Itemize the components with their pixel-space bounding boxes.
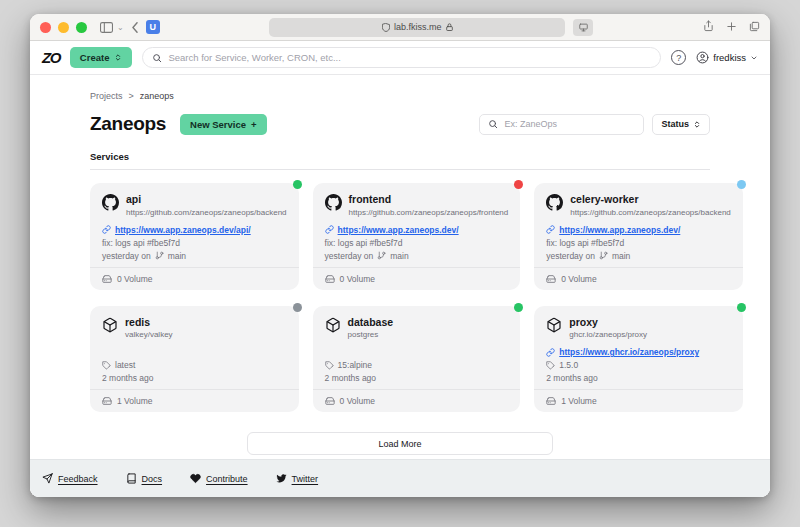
service-url[interactable]: https://www.app.zaneops.dev/ xyxy=(338,225,459,235)
sidebar-toggle-icon[interactable] xyxy=(100,22,113,33)
paper-plane-icon xyxy=(42,473,53,484)
extension-icon[interactable]: U xyxy=(146,20,160,34)
monitor-icon xyxy=(579,23,588,32)
status-dot xyxy=(514,303,523,312)
updated-time: 2 months ago xyxy=(102,373,154,383)
service-volumes: 1 Volume xyxy=(534,389,743,412)
heart-icon xyxy=(190,473,201,484)
status-dot xyxy=(737,180,746,189)
deploy-time: yesterday on xyxy=(102,251,151,261)
service-url[interactable]: https://www.app.zaneops.dev/ xyxy=(559,225,680,235)
service-name: frontend xyxy=(349,193,509,206)
service-volumes: 0 Volume xyxy=(90,267,299,290)
close-window-button[interactable] xyxy=(40,22,51,33)
service-tag: 1.5.0 xyxy=(559,360,578,370)
service-url-row[interactable]: https://www.app.zaneops.dev/api/ xyxy=(102,225,287,235)
service-card[interactable]: api https://github.com/zaneops/zaneops/b… xyxy=(90,183,299,290)
volumes-label: 1 Volume xyxy=(561,396,596,406)
book-icon xyxy=(126,473,137,484)
status-dot xyxy=(737,303,746,312)
service-card[interactable]: celery-worker https://github.com/zaneops… xyxy=(534,183,743,290)
status-filter-label: Status xyxy=(661,119,689,129)
help-icon[interactable]: ? xyxy=(671,50,686,65)
footer-link-docs[interactable]: Docs xyxy=(126,473,163,484)
volumes-label: 1 Volume xyxy=(117,396,152,406)
service-deploy-row: yesterday on main xyxy=(546,251,731,261)
minimize-window-button[interactable] xyxy=(58,22,69,33)
service-card[interactable]: frontend https://github.com/zaneops/zane… xyxy=(313,183,521,290)
service-name: database xyxy=(348,316,394,329)
services-section-label: Services xyxy=(90,151,710,162)
shield-icon xyxy=(382,23,390,32)
breadcrumb: Projects > zaneops xyxy=(90,91,710,101)
new-tab-icon[interactable] xyxy=(726,18,737,36)
service-url-row[interactable]: https://www.app.zaneops.dev/ xyxy=(546,225,731,235)
breadcrumb-current[interactable]: zaneops xyxy=(140,91,174,101)
hard-drive-icon xyxy=(546,274,556,284)
service-updated-row: 2 months ago xyxy=(325,373,509,383)
new-service-button[interactable]: New Service + xyxy=(180,114,267,135)
search-icon xyxy=(488,119,498,129)
package-icon xyxy=(325,317,341,333)
service-url-row[interactable]: https://www.app.zaneops.dev/ xyxy=(325,225,509,235)
footer-link-twitter[interactable]: Twitter xyxy=(276,473,319,484)
service-card[interactable]: redis valkey/valkey latest xyxy=(90,306,299,413)
footer-link-contribute[interactable]: Contribute xyxy=(190,473,248,484)
breadcrumb-projects[interactable]: Projects xyxy=(90,91,123,101)
status-filter-button[interactable]: Status xyxy=(652,114,710,135)
user-menu[interactable]: fredkiss xyxy=(696,51,758,64)
share-icon[interactable] xyxy=(703,18,714,36)
service-deploy-row: yesterday on main xyxy=(102,251,287,261)
service-card[interactable]: database postgres 15:alpine xyxy=(313,306,521,413)
github-icon xyxy=(102,194,119,211)
footer-link-label: Twitter xyxy=(292,474,319,484)
sidebar-chevron-icon[interactable]: ⌄ xyxy=(117,23,124,32)
chevrons-up-down-icon xyxy=(693,120,701,129)
service-card[interactable]: proxy ghcr.io/zaneops/proxy https://www.… xyxy=(534,306,743,413)
tab-overview-icon[interactable] xyxy=(749,18,760,36)
page-display-button[interactable] xyxy=(573,19,593,36)
load-more-button[interactable]: Load More xyxy=(247,432,553,455)
service-source-icon xyxy=(102,194,119,215)
twitter-bird-icon xyxy=(276,473,287,484)
link-icon xyxy=(546,348,555,357)
zaneops-logo[interactable]: ZO xyxy=(42,49,60,66)
footer-link-label: Docs xyxy=(142,474,163,484)
github-icon xyxy=(325,194,342,211)
create-button-label: Create xyxy=(80,52,110,63)
service-volumes: 1 Volume xyxy=(90,389,299,412)
app-footer: FeedbackDocsContributeTwitter xyxy=(30,459,770,497)
lock-icon xyxy=(446,23,453,31)
footer-link-label: Feedback xyxy=(58,474,98,484)
service-url-row[interactable]: https://www.ghcr.io/zaneops/proxy xyxy=(546,347,731,357)
browser-toolbar: ⌄ U lab.fkiss.me xyxy=(30,14,770,41)
global-search-input[interactable] xyxy=(168,52,651,63)
volumes-label: 0 Volume xyxy=(340,396,375,406)
footer-link-feedback[interactable]: Feedback xyxy=(42,473,98,484)
git-branch-icon xyxy=(155,251,164,260)
branch-name: main xyxy=(168,251,186,261)
zoom-window-button[interactable] xyxy=(76,22,87,33)
back-button-icon[interactable] xyxy=(131,22,139,33)
address-bar[interactable]: lab.fkiss.me xyxy=(269,18,565,37)
service-tag-row: 15:alpine xyxy=(325,360,509,370)
service-filter-input[interactable] xyxy=(504,119,635,129)
username: fredkiss xyxy=(713,52,746,63)
service-source: ghcr.io/zaneops/proxy xyxy=(569,330,647,339)
global-search[interactable] xyxy=(142,47,661,68)
updated-time: 2 months ago xyxy=(546,373,598,383)
zaneops-app: ZO Create ? fredkiss Projects > z xyxy=(30,41,770,497)
search-icon xyxy=(152,53,162,63)
tag-icon xyxy=(546,361,555,370)
service-url[interactable]: https://www.ghcr.io/zaneops/proxy xyxy=(559,347,699,357)
create-button[interactable]: Create xyxy=(70,47,133,68)
service-tag: latest xyxy=(115,360,135,370)
service-url[interactable]: https://www.app.zaneops.dev/api/ xyxy=(115,225,251,235)
package-icon xyxy=(546,317,562,333)
service-commit-row: fix: logs api #fbe5f7d xyxy=(325,238,509,248)
hard-drive-icon xyxy=(102,396,112,406)
footer-link-label: Contribute xyxy=(206,474,248,484)
page-title: Zaneops xyxy=(90,113,166,135)
service-source-icon xyxy=(546,194,563,215)
service-filter-search[interactable] xyxy=(479,114,644,135)
